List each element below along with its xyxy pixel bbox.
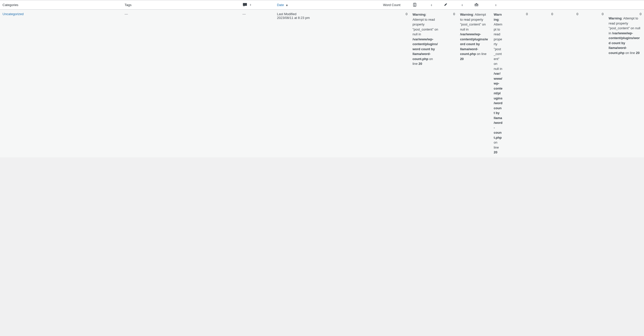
zero-value: 0 xyxy=(576,12,578,16)
cell-warning-4-and-zero: 0 Warning: Attempt to read property "pos… xyxy=(606,10,644,157)
comment-icon xyxy=(242,2,247,7)
zero-value: 0 xyxy=(526,12,528,16)
warn-label: Warning xyxy=(609,16,622,20)
cell-wc-zero: 0 xyxy=(380,10,410,157)
sort-indicator: ▲▼ xyxy=(461,4,463,6)
column-author-sort[interactable]: ▲▼ xyxy=(458,0,471,10)
zero-value: 0 xyxy=(602,12,603,16)
column-author[interactable] xyxy=(441,0,458,10)
table-row: Uncategorized — — Last Modified 2023/08/… xyxy=(0,10,644,157)
column-categories[interactable]: Categories xyxy=(0,0,122,10)
column-extra2 xyxy=(530,0,556,10)
zero-value: 0 xyxy=(453,12,455,16)
cell-zero-2: 0 xyxy=(441,10,458,157)
cell-zero-5: 0 xyxy=(556,10,581,157)
cell-warning-3-and-zero: Warning: Attempt to read property "post_… xyxy=(491,10,505,157)
warn-path: /var/www/wp-content/plugins/word count b… xyxy=(412,37,438,61)
tags-value: — xyxy=(124,12,128,16)
cell-zero-4: 0 xyxy=(530,10,556,157)
feather-icon xyxy=(443,3,448,7)
cell-warning-2: Warning: Attempt to read property "post_… xyxy=(458,10,491,157)
warn-line: 20 xyxy=(418,62,422,66)
zero-value: 0 xyxy=(551,12,553,16)
comments-value: — xyxy=(242,12,246,16)
cell-warning-1: Warning: Attempt to read property "post_… xyxy=(410,10,441,157)
sort-indicator: ▲▼ xyxy=(495,4,497,6)
column-extra1 xyxy=(505,0,530,10)
warn-online: on line xyxy=(476,52,487,56)
warn-label: Warning xyxy=(460,13,473,16)
cell-date: Last Modified 2023/08/11 at 8:23 pm xyxy=(274,10,380,157)
warn-line: 20 xyxy=(494,150,497,154)
cell-zero-6: 0 xyxy=(581,10,606,157)
column-inbox[interactable] xyxy=(471,0,491,10)
cell-zero-3: 0 xyxy=(505,10,530,157)
warn-path: /var/www/wp-content/plugins/word count b… xyxy=(494,72,503,139)
cell-comments: — xyxy=(240,10,274,157)
cell-tags: — xyxy=(122,10,240,157)
col-label-date[interactable]: Date xyxy=(277,3,284,7)
col-label-categories: Categories xyxy=(3,3,18,7)
warn-online: on line xyxy=(624,51,636,55)
warn-label: Warning xyxy=(412,13,426,16)
svg-point-1 xyxy=(414,4,415,4)
scroll-icon xyxy=(412,3,417,7)
inbox-icon xyxy=(474,3,479,7)
warn-line: 20 xyxy=(460,57,464,61)
column-extra4 xyxy=(581,0,606,10)
date-label: Last Modified xyxy=(277,12,378,16)
warn-label: Warning xyxy=(494,13,502,21)
cell-categories: Uncategorized xyxy=(0,10,122,157)
column-scroll[interactable] xyxy=(410,0,427,10)
warn-online: on line xyxy=(494,141,499,149)
sort-indicator: ▲▼ xyxy=(430,4,433,6)
column-scroll-sort[interactable]: ▲▼ xyxy=(427,0,441,10)
column-extra5 xyxy=(606,0,644,10)
sort-indicator: ▲▼ xyxy=(249,4,252,6)
col-label-tags: Tags xyxy=(124,3,131,7)
warn-line: 20 xyxy=(636,51,639,55)
column-inbox-sort[interactable]: ▲▼ xyxy=(491,0,505,10)
column-tags[interactable]: Tags xyxy=(122,0,240,10)
zero-value: 0 xyxy=(406,12,407,16)
column-extra3 xyxy=(556,0,581,10)
warn-msg: : Attempt to read property "post_content… xyxy=(494,18,502,71)
column-date[interactable]: Date ▲▼ xyxy=(274,0,380,10)
column-word-count[interactable]: Word Count xyxy=(380,0,410,10)
date-value: 2023/08/11 at 8:23 pm xyxy=(277,16,378,20)
category-link[interactable]: Uncategorized xyxy=(3,12,24,16)
svg-point-2 xyxy=(414,5,415,6)
zero-value: 0 xyxy=(640,12,641,16)
sort-indicator: ▲▼ xyxy=(286,4,288,6)
posts-table: Categories Tags ▲▼ Date ▲▼ Word Count ▲▼ xyxy=(0,0,644,157)
col-label-wordcount: Word Count xyxy=(383,3,400,7)
column-comments[interactable]: ▲▼ xyxy=(240,0,274,10)
